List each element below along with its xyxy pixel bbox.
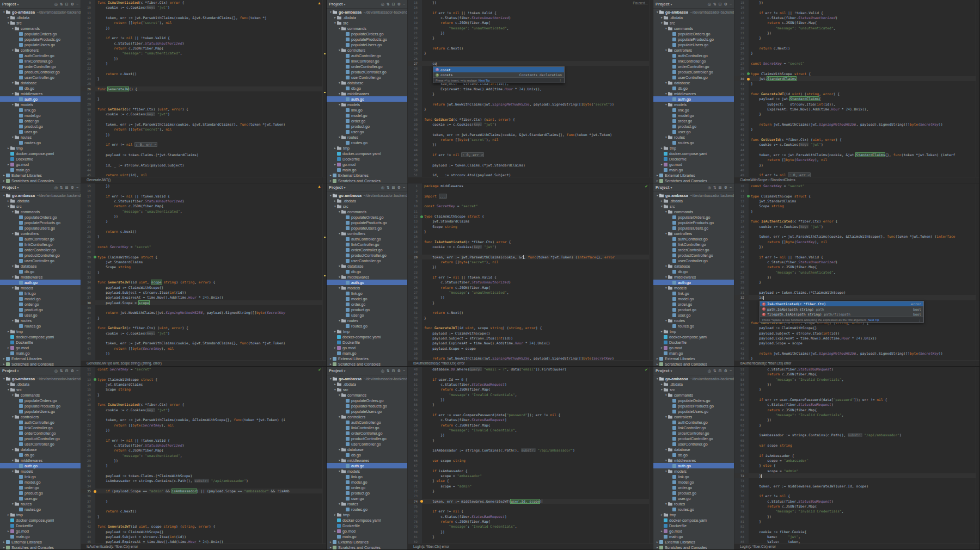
tree-item-commands[interactable]: ▾commands — [327, 392, 407, 398]
code-line[interactable]: 13 jwt.StandardClaims — [408, 219, 650, 224]
code-line[interactable]: 15 — [81, 30, 323, 35]
tree-item-populateorders.go[interactable]: populateOrders.go — [653, 214, 734, 220]
expand-arrow-icon[interactable]: ▾ — [11, 319, 15, 322]
code-line[interactable]: 80 }) — [408, 529, 650, 534]
expand-arrow-icon[interactable]: ▾ — [338, 469, 341, 473]
code-line[interactable]: 28 }) — [734, 275, 976, 280]
code-line[interactable]: 74 token, err := middlewares.GenerateJWT… — [734, 484, 976, 489]
code-line[interactable]: 43 id, _ := strconv.Atoi(payload.Subject… — [81, 163, 323, 168]
code-line[interactable]: 52 return c.JSON(fiber.Map{ — [734, 372, 976, 376]
locate-icon[interactable]: ◎ — [54, 186, 58, 190]
tree-item-go-ambassador[interactable]: ▾go-ambassador~/dev/ambassador-backend — [653, 9, 734, 15]
tree-item-productcontroller.go[interactable]: productController.go — [0, 69, 81, 75]
tree-item-linkcontroller.go[interactable]: linkController.go — [653, 242, 734, 247]
expand-arrow-icon[interactable]: ▸ — [7, 146, 10, 150]
project-panel-title[interactable]: Project — [2, 2, 16, 7]
hide-icon[interactable]: − — [730, 2, 732, 6]
code-line[interactable]: 20 "message": "unauthenticated", — [81, 209, 323, 214]
breadcrumb[interactable]: Login(c *fiber.Ctx) error — [408, 543, 653, 549]
tree-item-scratches-and-consoles[interactable]: ▸Scratches and Consoles — [327, 545, 407, 549]
scrollbar[interactable] — [649, 0, 653, 177]
tree-item-docker-compose.yaml[interactable]: docker-compose.yaml — [0, 517, 81, 523]
code-line[interactable]: 22 }) — [734, 244, 976, 249]
code-line[interactable]: 54 }) — [408, 397, 650, 402]
tree-item-product.go[interactable]: product.go — [0, 490, 81, 496]
code-line[interactable]: 41 — [81, 519, 323, 524]
expand-arrow-icon[interactable]: ▸ — [660, 529, 664, 533]
code-line[interactable]: 27const SecretKey = "secret" — [734, 61, 976, 66]
expand-arrow-icon[interactable]: ▸ — [2, 546, 6, 549]
expand-collapse-icon[interactable]: ⇅ — [713, 2, 716, 7]
expand-arrow-icon[interactable]: ▸ — [660, 199, 664, 202]
code-line[interactable]: 24 if err != nil || !token.Valid { — [408, 275, 650, 280]
tree-item-database[interactable]: ▾database — [327, 447, 407, 452]
code-line[interactable]: 61 }) — [734, 417, 976, 422]
code-line[interactable]: 63 — [734, 428, 976, 432]
code-line[interactable]: 69 scope = "ambassador" — [408, 473, 650, 478]
code-line[interactable]: 65 — [734, 438, 976, 443]
tree-item-populateproducts.go[interactable]: populateProducts.go — [327, 220, 407, 225]
tree-item-populateorders.go[interactable]: populateOrders.go — [653, 398, 734, 403]
code-line[interactable]: 16 — [408, 234, 650, 239]
tree-item-product.go[interactable]: product.go — [0, 307, 81, 312]
code-line[interactable]: 32} — [408, 316, 650, 320]
code-line[interactable]: 53 "message": "Invalid Credentials", — [408, 392, 650, 397]
code-line[interactable]: 12 — [81, 372, 323, 376]
code-line[interactable]: 41} — [81, 316, 323, 320]
tree-item-commands[interactable]: ▾commands — [653, 26, 734, 31]
tree-item-main.go[interactable]: main.go — [653, 534, 734, 539]
expand-arrow-icon[interactable]: ▸ — [660, 513, 664, 516]
hide-icon[interactable]: − — [76, 186, 78, 189]
expand-arrow-icon[interactable]: ▾ — [11, 264, 15, 268]
code-line[interactable]: 24 return c.Next() — [81, 229, 323, 234]
tree-item-db.go[interactable]: db.go — [0, 269, 81, 274]
tree-item-product.go[interactable]: product.go — [327, 123, 407, 129]
breadcrumb[interactable]: ClaimsWithScope › StandardClaims — [734, 177, 979, 183]
tree-item-go.mod[interactable]: ▸go.mod — [0, 345, 81, 350]
expand-arrow-icon[interactable]: ▸ — [329, 179, 333, 182]
expand-arrow-icon[interactable]: ▸ — [2, 174, 6, 177]
code-line[interactable]: 20 "message": "unauthenticated", — [734, 26, 976, 30]
code-line[interactable]: 57 if err := user.ComparePassword(data["… — [734, 397, 976, 402]
tree-item-main.go[interactable]: main.go — [327, 350, 407, 356]
tree-item-middlewares[interactable]: ▾middlewares — [0, 458, 81, 463]
code-line[interactable]: 51 c.Status(fiber.StatusBadRequest) — [734, 367, 976, 372]
code-line[interactable]: 23 — [734, 41, 976, 46]
expand-collapse-icon[interactable]: ⇅ — [387, 2, 390, 7]
expand-arrow-icon[interactable]: ▾ — [11, 415, 15, 418]
code-line[interactable]: 26 — [81, 239, 323, 244]
tree-item-populateusers.go[interactable]: populateUsers.go — [653, 409, 734, 414]
code-line[interactable]: 16 if err != nil || !token.Valid { — [81, 35, 323, 40]
expand-arrow-icon[interactable]: ▸ — [333, 513, 337, 516]
expand-arrow-icon[interactable]: ▸ — [660, 16, 664, 19]
inspection-ok-icon[interactable]: ✔ — [645, 184, 648, 188]
code-line[interactable]: 38 payload := ClaimsWithScope{} — [734, 325, 976, 330]
tree-item-populateusers.go[interactable]: populateUsers.go — [653, 42, 734, 47]
expand-arrow-icon[interactable]: ▾ — [338, 103, 341, 106]
code-line[interactable]: 17func IsAuthenticated(c *fiber.Ctx) err… — [734, 219, 976, 224]
tree-item-models[interactable]: ▾models — [327, 468, 407, 474]
code-line[interactable]: 65 — [408, 453, 650, 458]
code-line[interactable]: 62 } — [408, 438, 650, 443]
code-line[interactable]: 35 }) — [81, 132, 323, 137]
expand-arrow-icon[interactable]: ▸ — [333, 163, 337, 166]
tree-item-populateproducts.go[interactable]: populateProducts.go — [0, 403, 81, 409]
code-line[interactable]: 79 "message": "Invalid Credentials", — [734, 509, 976, 514]
tree-item-link.go[interactable]: link.go — [0, 107, 81, 113]
tree-item-src[interactable]: ▾src — [327, 20, 407, 26]
code-line[interactable]: 34 return []byte("secret"), nil — [81, 127, 323, 132]
code-line[interactable]: 32 — [734, 86, 976, 91]
hide-icon[interactable]: − — [730, 186, 732, 189]
code-line[interactable]: 32 payload := token.Claims.(*ClaimsWithS… — [81, 473, 323, 478]
expand-arrow-icon[interactable]: ▸ — [7, 382, 10, 386]
expand-arrow-icon[interactable]: ▸ — [7, 513, 10, 516]
settings-icon[interactable]: ⚙ — [71, 2, 74, 7]
tree-item-model.go[interactable]: model.go — [653, 113, 734, 118]
tree-item-go-ambassador[interactable]: ▾go-ambassador~/dev/ambassador-backend — [327, 193, 407, 198]
code-line[interactable]: 75 — [408, 504, 650, 509]
tree-item-productcontroller.go[interactable]: productController.go — [327, 436, 407, 441]
tree-item-.dbdata[interactable]: ▸.dbdata — [327, 15, 407, 20]
expand-arrow-icon[interactable]: ▾ — [664, 27, 668, 30]
tree-item-user.go[interactable]: user.go — [0, 312, 81, 318]
expand-arrow-icon[interactable]: ▸ — [7, 330, 10, 333]
